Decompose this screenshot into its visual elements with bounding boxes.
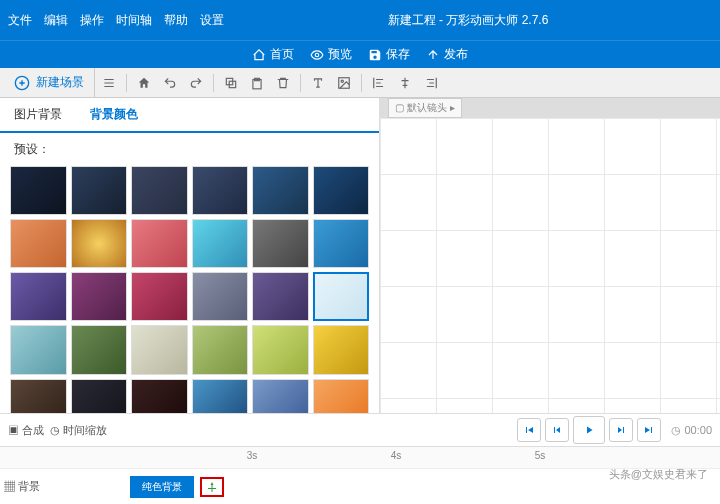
menu-action[interactable]: 操作 (80, 12, 104, 29)
tool-text-icon[interactable] (306, 71, 330, 95)
swatch-18[interactable] (10, 325, 67, 374)
toolbar: 新建场景 (0, 68, 720, 98)
svg-point-7 (341, 80, 343, 82)
swatch-6[interactable] (10, 219, 67, 268)
tool-list-icon[interactable] (97, 71, 121, 95)
swatch-grid (10, 166, 369, 428)
watermark: 头条@文娱史君来了 (609, 467, 708, 482)
publish-button[interactable]: 发布 (426, 46, 468, 63)
menu-edit[interactable]: 编辑 (44, 12, 68, 29)
swatch-12[interactable] (10, 272, 67, 321)
svg-point-0 (315, 53, 319, 57)
play-button[interactable] (573, 416, 605, 444)
tool-align-left-icon[interactable] (367, 71, 391, 95)
tool-redo-icon[interactable] (184, 71, 208, 95)
swatch-20[interactable] (131, 325, 188, 374)
swatch-1[interactable] (71, 166, 128, 215)
tool-delete-icon[interactable] (271, 71, 295, 95)
compose-toggle[interactable]: ▣ 合成 (8, 424, 44, 436)
swatch-17[interactable] (313, 272, 370, 321)
swatch-22[interactable] (252, 325, 309, 374)
swatch-13[interactable] (71, 272, 128, 321)
timeline-time: ◷ 00:00 (671, 424, 712, 437)
menu-file[interactable]: 文件 (8, 12, 32, 29)
track-label: ▦ 背景 (4, 479, 124, 494)
tab-image-bg[interactable]: 图片背景 (0, 98, 76, 131)
swatch-10[interactable] (252, 219, 309, 268)
swatch-14[interactable] (131, 272, 188, 321)
next-frame-button[interactable] (609, 418, 633, 442)
swatch-3[interactable] (192, 166, 249, 215)
tool-align-right-icon[interactable] (419, 71, 443, 95)
tool-copy-icon[interactable] (219, 71, 243, 95)
rewind-button[interactable] (517, 418, 541, 442)
timeline: ▣ 合成 ◷ 时间缩放 ◷ 00:00 3s 4s 5s ▦ 背景 纯色背景 (0, 413, 720, 504)
new-scene-button[interactable]: 新建场景 (4, 68, 95, 97)
tool-paste-icon[interactable] (245, 71, 269, 95)
default-camera-tab[interactable]: ▢ 默认镜头 ▸ (388, 98, 462, 118)
preview-button[interactable]: 预览 (310, 46, 352, 63)
menu-bar: 文件 编辑 操作 时间轴 帮助 设置 (8, 12, 224, 29)
add-clip-button[interactable] (200, 477, 224, 497)
menu-help[interactable]: 帮助 (164, 12, 188, 29)
swatch-15[interactable] (192, 272, 249, 321)
swatch-7[interactable] (71, 219, 128, 268)
swatch-23[interactable] (313, 325, 370, 374)
menu-settings[interactable]: 设置 (200, 12, 224, 29)
swatch-19[interactable] (71, 325, 128, 374)
tab-color-bg[interactable]: 背景颜色 (76, 98, 152, 131)
swatch-21[interactable] (192, 325, 249, 374)
swatch-4[interactable] (252, 166, 309, 215)
home-button[interactable]: 首页 (252, 46, 294, 63)
prev-frame-button[interactable] (545, 418, 569, 442)
swatch-0[interactable] (10, 166, 67, 215)
swatch-9[interactable] (192, 219, 249, 268)
tool-home-icon[interactable] (132, 71, 156, 95)
save-button[interactable]: 保存 (368, 46, 410, 63)
timeline-ruler[interactable]: 3s 4s 5s (0, 446, 720, 468)
menu-timeline[interactable]: 时间轴 (116, 12, 152, 29)
tool-undo-icon[interactable] (158, 71, 182, 95)
swatch-8[interactable] (131, 219, 188, 268)
track-clip[interactable]: 纯色背景 (130, 476, 194, 498)
time-scale-toggle[interactable]: ◷ 时间缩放 (50, 424, 107, 436)
preset-label: 预设： (0, 133, 379, 166)
swatch-16[interactable] (252, 272, 309, 321)
tool-align-center-icon[interactable] (393, 71, 417, 95)
window-title: 新建工程 - 万彩动画大师 2.7.6 (224, 12, 712, 29)
swatch-5[interactable] (313, 166, 370, 215)
forward-button[interactable] (637, 418, 661, 442)
tool-image-icon[interactable] (332, 71, 356, 95)
swatch-2[interactable] (131, 166, 188, 215)
swatch-11[interactable] (313, 219, 370, 268)
